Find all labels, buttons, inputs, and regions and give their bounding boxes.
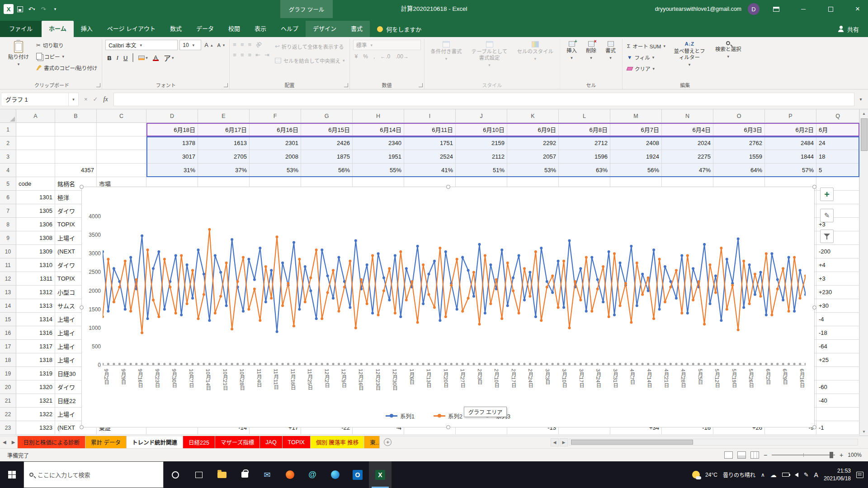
zoom-out-button[interactable]: − <box>764 451 767 459</box>
row-header-18[interactable]: 18 <box>0 353 16 367</box>
chart-handle-bm[interactable] <box>446 425 450 429</box>
align-center-icon[interactable]: ≡ <box>241 52 244 58</box>
grid-cell[interactable]: 6月18日 <box>146 123 198 136</box>
vertical-scrollbar[interactable]: ▲ ▼ <box>859 109 868 436</box>
grid-cell[interactable]: 1875 <box>301 150 353 164</box>
row-header-1[interactable]: 1 <box>0 123 16 136</box>
row-header-20[interactable]: 20 <box>0 380 16 394</box>
grid-cell[interactable]: 1310 <box>16 258 55 272</box>
chart-elements-button[interactable]: + <box>820 188 834 201</box>
grid-cell[interactable]: -200 <box>816 245 859 258</box>
grid-cell[interactable]: 5 <box>816 164 859 177</box>
formula-input[interactable] <box>113 93 854 106</box>
battery-icon[interactable] <box>782 473 789 477</box>
grid-cell[interactable]: 6月14日 <box>353 123 404 136</box>
zoom-slider-thumb[interactable] <box>830 452 833 458</box>
row-header-11[interactable]: 11 <box>0 258 16 272</box>
zoom-slider[interactable] <box>772 455 835 455</box>
grid-cell[interactable]: 41% <box>404 164 456 177</box>
align-top-icon[interactable]: ≡ <box>233 41 236 48</box>
column-header-A[interactable]: A <box>16 109 55 122</box>
grid-cell[interactable]: 6月16日 <box>250 123 301 136</box>
grid-cell[interactable] <box>97 150 146 164</box>
grid-cell[interactable]: 1318 <box>16 353 55 367</box>
legend-item[interactable]: 系列1 <box>386 412 415 420</box>
grid-cell[interactable]: 2112 <box>456 150 507 164</box>
grid-cell[interactable]: 2057 <box>507 150 559 164</box>
increase-font-button[interactable]: A▴ <box>203 40 214 50</box>
phonetic-button[interactable]: ア▾ <box>164 52 174 63</box>
insert-function-button[interactable]: fx <box>104 96 108 103</box>
redo-button[interactable]: ↷ <box>38 3 49 15</box>
grid-cell[interactable] <box>816 367 859 380</box>
grid-cell[interactable]: 31% <box>146 164 198 177</box>
grid-cell[interactable]: 1301 <box>16 191 55 204</box>
italic-button[interactable]: I <box>117 54 118 61</box>
font-name-combo[interactable]: Calibri 本文▾ <box>105 40 178 50</box>
start-button[interactable] <box>0 461 24 488</box>
bold-button[interactable]: B <box>107 55 111 61</box>
decrease-indent-icon[interactable]: ⇤ <box>255 52 260 58</box>
onedrive-cloud-icon[interactable]: ☁ <box>770 471 777 479</box>
chart-styles-button[interactable]: ✎ <box>820 209 834 222</box>
grid-cell[interactable]: 2426 <box>301 136 353 150</box>
column-header-G[interactable]: G <box>301 109 353 122</box>
orientation-icon[interactable]: ab <box>254 40 263 49</box>
decrease-decimal-button[interactable]: .00→ <box>396 53 409 60</box>
sort-filter-button[interactable]: A↓Z 並べ替えとフィルター ▾ <box>670 40 709 69</box>
column-header-J[interactable]: J <box>456 109 507 122</box>
chart-handle-mr[interactable] <box>812 305 816 310</box>
grid-cell[interactable]: 6月 <box>816 123 859 136</box>
clear-button[interactable]: クリア▾ <box>626 63 667 74</box>
grid-cell[interactable]: 6月4日 <box>662 123 713 136</box>
font-color-button[interactable]: A <box>153 55 159 61</box>
merge-center-button[interactable]: セルを結合して中央揃え▾ <box>274 55 346 66</box>
cell-styles-button[interactable]: セルのスタイル ▾ <box>514 40 557 63</box>
alignment-dialog-launcher[interactable] <box>344 83 348 87</box>
page-layout-view-button[interactable] <box>737 451 746 459</box>
weather-temp[interactable]: 24°C <box>705 472 717 478</box>
grid-cell[interactable]: -1 <box>816 421 859 435</box>
row-header-9[interactable]: 9 <box>0 231 16 245</box>
tab-review[interactable]: 校閲 <box>221 21 247 37</box>
grid-cell[interactable]: -40 <box>816 394 859 408</box>
grid-cell[interactable] <box>97 136 146 150</box>
percent-format-button[interactable]: % <box>363 53 368 60</box>
grid-cell[interactable]: 2340 <box>353 136 404 150</box>
grid-cell[interactable]: 1316 <box>16 326 55 340</box>
column-header-I[interactable]: I <box>404 109 456 122</box>
save-button[interactable] <box>14 3 25 15</box>
grid-cell[interactable]: 1320 <box>16 380 55 394</box>
horizontal-scroll-thumb[interactable] <box>571 440 693 445</box>
grid-cell[interactable]: 1751 <box>404 136 456 150</box>
grid-cell[interactable] <box>55 136 97 150</box>
sheet-tab[interactable]: トレンド統計関連 <box>127 436 183 448</box>
grid-cell[interactable]: 2762 <box>713 136 765 150</box>
grid-cell[interactable]: +30 <box>816 299 859 313</box>
row-header-5[interactable]: 5 <box>0 177 16 191</box>
grid-cell[interactable]: +25 <box>816 353 859 367</box>
grid-cell[interactable] <box>55 123 97 136</box>
sheet-tab[interactable]: 東... <box>364 436 380 448</box>
grid-cell[interactable]: 2275 <box>662 150 713 164</box>
sheet-tab[interactable]: JAQ <box>260 436 282 448</box>
chart-filters-button[interactable] <box>820 230 834 243</box>
row-header-14[interactable]: 14 <box>0 299 16 313</box>
currency-format-button[interactable]: ¥ <box>355 53 358 60</box>
normal-view-button[interactable] <box>724 451 733 459</box>
format-painter-button[interactable]: 書式のコピー/貼り付け <box>35 62 99 73</box>
grid-cell[interactable]: +4 <box>816 258 859 272</box>
row-header-21[interactable]: 21 <box>0 394 16 408</box>
underline-button[interactable]: U <box>123 55 127 61</box>
grid-cell[interactable]: 1312 <box>16 286 55 299</box>
row-header-22[interactable]: 22 <box>0 408 16 421</box>
close-button[interactable]: × <box>847 0 868 18</box>
align-bottom-icon[interactable]: ≡ <box>248 41 251 48</box>
enter-formula-button[interactable]: ✓ <box>93 96 98 103</box>
grid-cell[interactable] <box>16 123 55 136</box>
name-box-dropdown[interactable]: ▾ <box>69 93 79 106</box>
minimize-button[interactable]: ─ <box>793 0 814 18</box>
chart-handle-bl[interactable] <box>80 425 84 429</box>
decrease-font-button[interactable]: A▾ <box>216 40 226 50</box>
tab-page-layout[interactable]: ページ レイアウト <box>100 21 163 37</box>
